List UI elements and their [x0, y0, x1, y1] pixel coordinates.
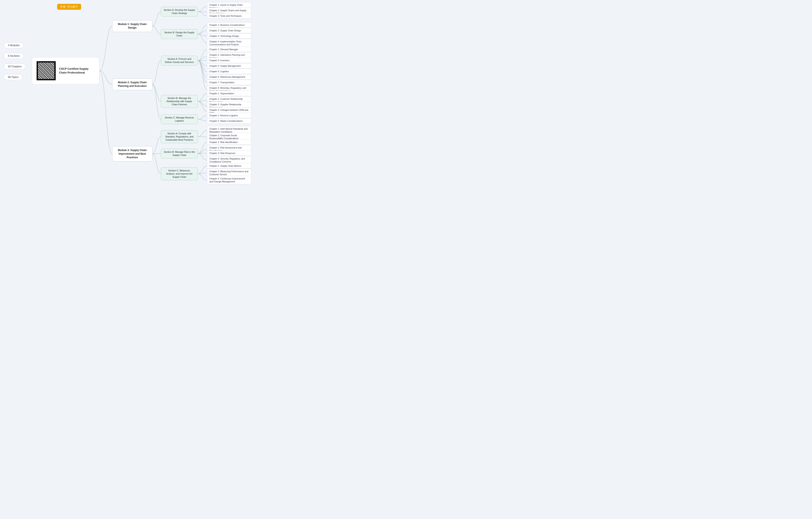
chapter-2b-1: Chapter 1: Segmentation [207, 91, 252, 96]
chapter-2a-7: Chapter 7: Transportation [207, 80, 252, 85]
qr-code [37, 61, 56, 80]
chapter-1b-1: Chapter 1: Business Considerations [207, 22, 252, 28]
chapter-2a-4: Chapter 4: Supply Management [207, 63, 252, 69]
stat-30-chapters: 30 Chapters [4, 63, 26, 70]
author-badge-container: 作者: 半口箱子 [57, 4, 81, 10]
chapter-2a-6: Chapter 6: Warehouse Management [207, 74, 252, 80]
section-3a: Section A: Comply with Standard, Regulat… [161, 130, 198, 143]
section-3b: Section B: Manage Risk in the Supply Cha… [161, 149, 198, 159]
chapter-2a-1: Chapter 1: Demand Manager [207, 47, 252, 52]
chapter-2a-5: Chapter 5: Logistics [207, 69, 252, 74]
chapter-3c-3: Chapter 3: Continuous Improvement and Ch… [207, 176, 252, 184]
section-1b: Section B: Design the Supply Chain [161, 29, 198, 39]
section-1a: Section A: Develop the Supply Chain Stra… [161, 7, 198, 17]
stat-98-topics: 98 Topics [4, 74, 23, 80]
chapter-2c-2: Chapter 2: Waste Considerrations [207, 118, 252, 124]
module-2: Module 2: Supply Chain Planning and Exec… [112, 78, 152, 90]
section-2c: Section C: Manage Reverse Logistics [161, 114, 198, 124]
module-1: Module 1: Supply Chain Design [112, 20, 152, 32]
center-card: CSCP Certified Supply Chain Professtiona… [32, 57, 99, 84]
chapter-1a-3: Chapter 3: Tools and Techniques [207, 13, 252, 19]
center-title: CSCP Certified Supply Chain Professtiona… [59, 67, 95, 75]
chapter-1b-4: Chapter 4: Implementation Tools - Commun… [207, 39, 252, 47]
author-badge: 作者: 半口箱子 [57, 4, 81, 10]
stat-8-sections: 8 Sections [4, 53, 24, 59]
section-2b: Section B: Manage the Relationship with … [161, 95, 198, 108]
section-3c: Section C: Meassure, Analyze, and Improv… [161, 167, 198, 180]
module-3: Module 3: Supply Chain Improvement and B… [112, 146, 152, 161]
chapter-3c-1: Chapter 1: Supply Chain Metrics [207, 163, 252, 169]
chapter-2a-3: Chapter 3: Inventory [207, 58, 252, 63]
mindmap-container: 作者: 半口箱子 3 Modules 8 Sections 30 Chapter… [0, 0, 292, 191]
chapter-1b-2: Chapter 2: Supply Chain Design [207, 28, 252, 33]
chapter-3b-1: Chapter 1: Risk Identification [207, 139, 252, 145]
section-2a: Section A: Procure and Deliver Goods and… [161, 56, 198, 65]
stat-3-modules: 3 Modules [4, 43, 24, 48]
chapter-3b-3: Chapter 3: Risk Response [207, 151, 252, 156]
chapter-1b-3: Chapter 3: Technology Design [207, 33, 252, 39]
chapter-2c-1: Chapter 1: Reverse Logistics [207, 113, 252, 118]
